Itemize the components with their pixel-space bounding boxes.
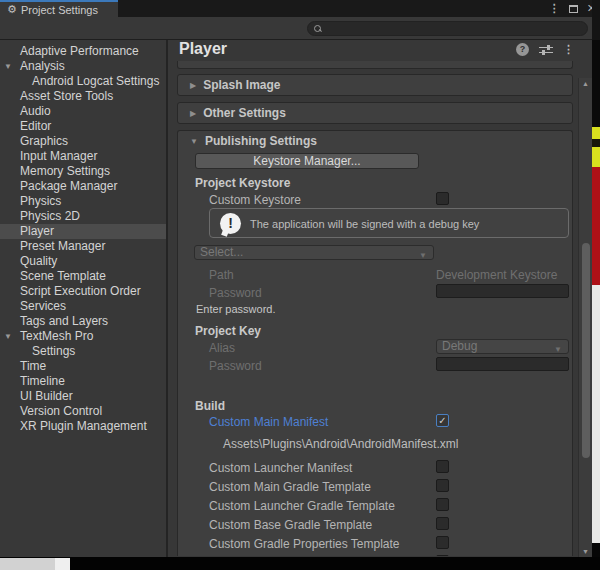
- build-row-label: Custom Launcher Manifest: [209, 461, 352, 475]
- vertical-scrollbar[interactable]: ▲ ▼: [578, 78, 592, 557]
- manifest-path: Assets\Plugins\Android\AndroidManifest.x…: [223, 437, 458, 451]
- sidebar-item-package-manager[interactable]: Package Manager: [0, 179, 166, 194]
- sidebar-item-editor[interactable]: Editor: [0, 119, 166, 134]
- sidebar-item-graphics[interactable]: Graphics: [0, 134, 166, 149]
- sidebar-item-label: XR Plugin Management: [0, 419, 147, 434]
- build-row-label: Custom Gradle Properties Template: [209, 537, 400, 551]
- scrollbar-thumb[interactable]: [582, 243, 590, 458]
- sidebar-item-label: Editor: [0, 119, 51, 134]
- alias-label: Alias: [209, 341, 235, 355]
- background-sliver: [592, 285, 600, 543]
- background-sliver: [592, 40, 600, 127]
- tab-project-settings[interactable]: ⚙ Project Settings: [0, 0, 118, 17]
- sidebar-item-android-logcat-settings[interactable]: Android Logcat Settings: [0, 74, 166, 89]
- help-icon[interactable]: ?: [516, 43, 529, 56]
- search-box[interactable]: [307, 21, 588, 36]
- section-publishing-settings: ▼ Publishing Settings Keystore Manager..…: [177, 130, 573, 556]
- sidebar-item-time[interactable]: Time: [0, 359, 166, 374]
- sidebar-item-label: UI Builder: [0, 389, 73, 404]
- path-value: Development Keystore: [436, 268, 557, 282]
- sidebar-item-label: Timeline: [0, 374, 65, 389]
- background-sliver: [592, 147, 600, 167]
- sidebar-item-textmesh-pro[interactable]: ▼TextMesh Pro: [0, 329, 166, 344]
- section-title: Splash Image: [203, 78, 280, 92]
- background-sliver: [592, 0, 600, 40]
- scroll-up-icon[interactable]: ▲: [582, 80, 589, 87]
- maximize-icon[interactable]: [569, 5, 578, 13]
- chevron-down-icon: ▼: [554, 343, 562, 356]
- custom-base-gradle-template-checkbox[interactable]: [436, 517, 449, 530]
- project-keystore-label: Project Keystore: [195, 176, 290, 190]
- build-row-label: Custom Launcher Gradle Template: [209, 499, 395, 513]
- sidebar-item-label: Memory Settings: [0, 164, 110, 179]
- section-other-settings[interactable]: ▶Other Settings: [177, 102, 573, 124]
- sidebar-item-script-execution-order[interactable]: Script Execution Order: [0, 284, 166, 299]
- sidebar-item-label: Services: [0, 299, 66, 314]
- sidebar-item-settings[interactable]: Settings: [0, 344, 166, 359]
- build-row-custom-base-gradle-template: Custom Base Gradle Template: [178, 516, 572, 535]
- key-password-input[interactable]: [437, 362, 568, 374]
- publishing-settings-header[interactable]: ▼ Publishing Settings: [178, 131, 317, 151]
- custom-launcher-gradle-template-checkbox[interactable]: [436, 498, 449, 511]
- sidebar-item-services[interactable]: Services: [0, 299, 166, 314]
- build-label: Build: [195, 399, 225, 413]
- presets-icon[interactable]: [539, 44, 553, 56]
- sidebar-item-label: Physics 2D: [0, 209, 80, 224]
- sidebar-item-physics[interactable]: Physics: [0, 194, 166, 209]
- keystore-manager-button[interactable]: Keystore Manager...: [195, 153, 419, 169]
- toolbar: [0, 17, 600, 40]
- sidebar-item-physics-2d[interactable]: Physics 2D: [0, 209, 166, 224]
- sidebar-item-quality[interactable]: Quality: [0, 254, 166, 269]
- sidebar-item-scene-template[interactable]: Scene Template: [0, 269, 166, 284]
- sidebar-item-version-control[interactable]: Version Control: [0, 404, 166, 419]
- foldout-open-icon: ▼: [190, 137, 198, 146]
- project-key-label: Project Key: [195, 324, 261, 338]
- foldout-open-icon[interactable]: ▼: [4, 59, 12, 74]
- keystore-password-field[interactable]: [436, 284, 569, 298]
- build-row-custom-gradle-settings-template: Custom Gradle Settings Template: [178, 554, 572, 556]
- sidebar-item-input-manager[interactable]: Input Manager: [0, 149, 166, 164]
- background-sliver: [592, 127, 600, 139]
- sidebar-item-label: Tags and Layers: [0, 314, 108, 329]
- custom-main-manifest-checkbox[interactable]: ✓: [436, 414, 449, 427]
- sidebar-item-label: TextMesh Pro: [0, 329, 93, 344]
- scroll-down-icon[interactable]: ▼: [582, 548, 589, 555]
- sidebar-item-player[interactable]: Player: [0, 224, 166, 239]
- keystore-select-dropdown[interactable]: Select... ▼: [194, 245, 434, 260]
- sidebar-item-label: Player: [0, 224, 54, 239]
- sidebar-item-ui-builder[interactable]: UI Builder: [0, 389, 166, 404]
- keystore-password-input[interactable]: [437, 289, 568, 301]
- foldout-open-icon[interactable]: ▼: [4, 329, 12, 344]
- window-menu-icon[interactable]: ⋮: [549, 3, 560, 14]
- sidebar-item-adaptive-performance[interactable]: Adaptive Performance: [0, 44, 166, 59]
- foldout-closed-icon: ▶: [190, 109, 196, 118]
- alias-dropdown[interactable]: Debug ▼: [436, 339, 569, 354]
- custom-main-manifest-label[interactable]: Custom Main Manifest: [209, 415, 328, 429]
- custom-main-gradle-template-checkbox[interactable]: [436, 479, 449, 492]
- sidebar-item-label: Android Logcat Settings: [0, 74, 159, 89]
- sidebar-item-label: Input Manager: [0, 149, 97, 164]
- chevron-down-icon: ▼: [419, 249, 427, 262]
- section-title: Other Settings: [203, 106, 286, 120]
- custom-gradle-settings-template-checkbox[interactable]: [436, 555, 449, 556]
- panel-menu-icon[interactable]: ⋮: [563, 44, 574, 55]
- scroll-content: ▶Splash Image▶Other Settings ▼ Publishin…: [170, 59, 578, 557]
- foldout-closed-icon: ▶: [190, 81, 196, 90]
- path-label: Path: [209, 268, 234, 282]
- title-bar: ⚙ Project Settings ⋮ ✕: [0, 0, 600, 17]
- custom-keystore-checkbox[interactable]: [436, 192, 449, 205]
- sidebar-item-xr-plugin-management[interactable]: XR Plugin Management: [0, 419, 166, 434]
- sidebar-item-asset-store-tools[interactable]: Asset Store Tools: [0, 89, 166, 104]
- sidebar-item-preset-manager[interactable]: Preset Manager: [0, 239, 166, 254]
- sidebar-item-memory-settings[interactable]: Memory Settings: [0, 164, 166, 179]
- custom-gradle-properties-template-checkbox[interactable]: [436, 536, 449, 549]
- custom-launcher-manifest-checkbox[interactable]: [436, 460, 449, 473]
- sidebar-item-tags-and-layers[interactable]: Tags and Layers: [0, 314, 166, 329]
- search-input[interactable]: [322, 23, 572, 35]
- section-splash-image[interactable]: ▶Splash Image: [177, 74, 573, 96]
- key-password-field[interactable]: [436, 357, 569, 371]
- sidebar-item-analysis[interactable]: ▼Analysis: [0, 59, 166, 74]
- sidebar-item-audio[interactable]: Audio: [0, 104, 166, 119]
- content-area: Adaptive Performance▼AnalysisAndroid Log…: [0, 40, 592, 557]
- sidebar-item-timeline[interactable]: Timeline: [0, 374, 166, 389]
